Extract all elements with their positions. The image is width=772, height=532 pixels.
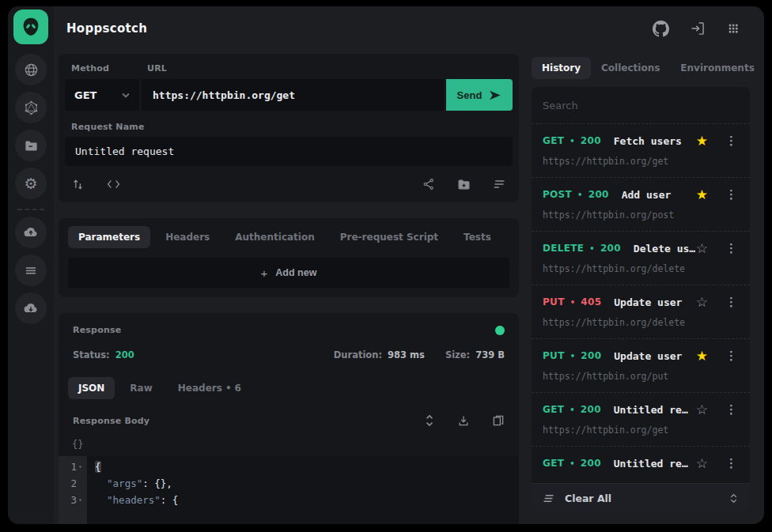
kebab-menu-icon[interactable]: ⋮ xyxy=(724,349,739,363)
history-url: https://httpbin.org/delete xyxy=(543,263,739,274)
github-button[interactable] xyxy=(653,21,669,37)
history-item-row: GET • 200 Untitled re… ☆ ⋮ xyxy=(543,402,739,417)
sidebar-item-docs[interactable] xyxy=(15,130,47,161)
expand-collapse-button[interactable] xyxy=(424,414,435,427)
dot-separator: • xyxy=(577,191,583,199)
tab-environments[interactable]: Environments xyxy=(670,57,764,79)
right-panel: History Collections Environments Notes G… xyxy=(527,51,764,524)
kebab-menu-icon[interactable]: ⋮ xyxy=(724,241,739,255)
sidebar-item-feeds[interactable] xyxy=(15,255,47,286)
tab-history[interactable]: History xyxy=(532,57,591,79)
response-card: Response Status: 200 Duration: 983 ms xyxy=(59,313,519,524)
import-export-button[interactable] xyxy=(72,178,85,191)
gutter-line: 1 ▾ xyxy=(59,458,87,475)
star-icon[interactable]: ★ xyxy=(696,188,708,202)
alien-icon xyxy=(19,15,43,39)
tab-headers[interactable]: Headers xyxy=(155,226,220,248)
duration-label: Duration: xyxy=(334,349,382,360)
response-filter-input[interactable]: {} xyxy=(59,433,519,454)
url-input[interactable] xyxy=(142,79,444,111)
toolbar-left xyxy=(72,178,120,191)
gutter-line: 3 ▾ xyxy=(59,492,87,508)
sidebar-item-graphql[interactable] xyxy=(15,92,47,123)
history-item-row: GET • 200 Untitled re… ☆ ⋮ xyxy=(543,456,739,470)
tab-pre-request-script[interactable]: Pre-request Script xyxy=(330,226,448,248)
main-panel: Method URL GET Send xyxy=(54,51,527,524)
method-select[interactable]: GET xyxy=(65,79,139,111)
screen: ⚙ Hoppscotch xyxy=(0,0,772,532)
sidebar-item-download[interactable] xyxy=(15,292,47,324)
sidebar-item-settings[interactable]: ⚙ xyxy=(15,168,47,199)
dot-separator: • xyxy=(589,244,595,253)
gutter-line: 2 xyxy=(59,475,87,492)
code-line: "args": {}, xyxy=(95,475,519,492)
history-method: GET xyxy=(543,458,564,469)
kebab-menu-icon[interactable]: ⋮ xyxy=(724,187,739,202)
star-icon[interactable]: ★ xyxy=(696,134,708,148)
history-method: GET xyxy=(543,135,564,146)
history-item[interactable]: GET • 200 Untitled re… ☆ ⋮ xyxy=(532,446,750,481)
tab-parameters[interactable]: Parameters xyxy=(68,226,150,248)
response-tabs: JSON Raw Headers•6 xyxy=(59,365,519,401)
collapse-history-button[interactable] xyxy=(728,492,739,504)
sidebar-item-rest[interactable] xyxy=(15,54,47,85)
download-icon xyxy=(457,414,470,427)
send-arrow-icon xyxy=(488,89,501,102)
plus-icon: + xyxy=(261,266,268,280)
star-icon[interactable]: ☆ xyxy=(696,403,708,417)
dot-separator: • xyxy=(570,406,575,414)
sidebar-item-upload[interactable] xyxy=(15,217,47,248)
response-label: Response xyxy=(73,325,121,335)
star-icon[interactable]: ★ xyxy=(696,349,708,363)
history-item[interactable]: GET • 200 Fetch users ★ ⋮ https://httpbi… xyxy=(532,123,750,177)
show-code-button[interactable] xyxy=(107,178,120,191)
kebab-menu-icon[interactable]: ⋮ xyxy=(724,402,739,417)
history-item[interactable]: GET • 200 Untitled re… ☆ ⋮ https://httpb… xyxy=(532,392,750,446)
send-button[interactable]: Send xyxy=(446,79,513,111)
request-name-input[interactable] xyxy=(65,137,513,166)
dot-separator: • xyxy=(570,459,575,468)
search-input[interactable] xyxy=(532,87,750,123)
code-line: "headers": { xyxy=(95,492,519,508)
history-item-row: PUT • 405 Update user ☆ ⋮ xyxy=(543,295,739,309)
history-item[interactable]: PUT • 200 Update user ★ ⋮ https://httpbi… xyxy=(532,338,750,392)
tab-response-headers[interactable]: Headers•6 xyxy=(168,377,252,399)
history-item[interactable]: POST • 200 Add user ★ ⋮ https://httpbin.… xyxy=(532,177,750,231)
login-button[interactable] xyxy=(690,21,706,36)
method-value: GET xyxy=(74,89,96,101)
response-body-editor[interactable]: 1 ▾ 2 3 ▾ { "args": {}, "headers": { xyxy=(59,456,519,524)
chevron-down-icon xyxy=(122,92,130,98)
history-item[interactable]: PUT • 405 Update user ☆ ⋮ https://httpbi… xyxy=(532,285,750,338)
tab-json[interactable]: JSON xyxy=(68,377,115,399)
copy-response-button[interactable] xyxy=(492,414,505,427)
star-icon[interactable]: ☆ xyxy=(696,242,708,255)
kebab-menu-icon[interactable]: ⋮ xyxy=(724,456,739,470)
tab-authentication[interactable]: Authentication xyxy=(225,226,325,248)
response-header: Response xyxy=(59,313,519,340)
add-new-button[interactable]: + Add new xyxy=(68,258,509,288)
star-icon[interactable]: ☆ xyxy=(696,296,708,309)
kebab-menu-icon[interactable]: ⋮ xyxy=(724,295,739,309)
history-request-name: Update user xyxy=(601,350,695,362)
kebab-menu-icon[interactable]: ⋮ xyxy=(724,134,739,148)
tab-raw[interactable]: Raw xyxy=(119,377,162,399)
app-window: ⚙ Hoppscotch xyxy=(8,6,764,524)
clear-all-button[interactable]: Clear All xyxy=(532,483,750,513)
history-item[interactable]: DELETE • 200 Delete us… ☆ ⋮ https://http… xyxy=(532,231,750,285)
response-status-row: Status: 200 Duration: 983 ms Size: 739 B xyxy=(59,340,519,365)
left-sidebar: ⚙ xyxy=(8,6,54,524)
clear-all-fields-button[interactable] xyxy=(493,178,505,191)
apps-menu-button[interactable] xyxy=(726,21,740,36)
history-status-code: 200 xyxy=(581,458,601,469)
request-options-card: Parameters Headers Authentication Pre-re… xyxy=(59,218,519,297)
tab-collections[interactable]: Collections xyxy=(591,57,670,79)
share-request-button[interactable] xyxy=(422,178,435,191)
history-method: PUT xyxy=(543,296,565,308)
save-to-collection-button[interactable] xyxy=(457,178,471,191)
star-icon[interactable]: ☆ xyxy=(696,457,708,470)
fold-marker-icon: ▾ xyxy=(78,492,85,508)
download-response-button[interactable] xyxy=(457,414,470,427)
tab-tests[interactable]: Tests xyxy=(453,226,501,248)
globe-icon xyxy=(24,62,39,77)
list-lines-icon xyxy=(24,263,38,277)
